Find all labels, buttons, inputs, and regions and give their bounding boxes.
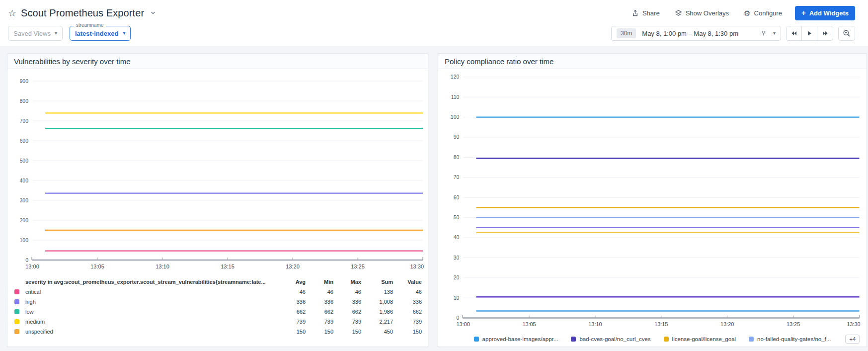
share-button[interactable]: Share: [631, 9, 660, 17]
zoom-out-button[interactable]: [838, 26, 855, 41]
svg-text:50: 50: [454, 215, 460, 220]
vulnerabilities-chart-canvas[interactable]: 900800700600500400300200100013:0013:0513…: [7, 69, 428, 275]
svg-text:13:15: 13:15: [221, 263, 235, 269]
legend-color-swatch: [749, 337, 754, 342]
stream-filter-label: streamname: [74, 22, 106, 28]
table-row-high[interactable]: high3363363361,008336: [14, 297, 422, 307]
time-range-control[interactable]: 30m May 8, 1:00 pm – May 8, 1:30 pm ▾: [611, 26, 781, 41]
gear-icon: ⚙: [744, 9, 750, 17]
column-header: Max: [333, 279, 361, 285]
show-overlays-button[interactable]: Show Overlays: [675, 9, 729, 17]
series-stat-value: 1,008: [361, 299, 393, 305]
series-stat-value: 336: [278, 299, 306, 305]
stream-filter-dropdown[interactable]: streamname latest-indexed ▾: [70, 26, 131, 41]
share-icon: [631, 9, 639, 17]
widget-title: Policy compliance ratio over time: [438, 54, 867, 69]
series-stat-value: 150: [306, 329, 333, 335]
time-play-button[interactable]: [802, 26, 817, 40]
series-color-swatch: [14, 289, 19, 294]
svg-text:700: 700: [19, 118, 28, 124]
svg-text:400: 400: [19, 177, 28, 183]
series-color-swatch: [14, 309, 19, 314]
svg-text:13:05: 13:05: [522, 321, 536, 327]
page-title: Scout Prometheus Exporter: [21, 7, 144, 19]
configure-button[interactable]: ⚙ Configure: [744, 9, 782, 17]
legend-color-swatch: [474, 337, 479, 342]
widget-title: Vulnerabilities by severity over time: [7, 54, 428, 69]
legend-item[interactable]: no-failed-quality-gates/no_f...: [749, 336, 831, 342]
favorite-star-icon[interactable]: ☆: [8, 8, 16, 18]
svg-text:300: 300: [19, 197, 28, 203]
series-stat-value: 46: [278, 289, 306, 295]
svg-text:120: 120: [451, 74, 460, 80]
series-stat-value: 150: [393, 329, 422, 335]
series-stat-value: 1,986: [361, 309, 393, 315]
svg-text:0: 0: [25, 257, 28, 263]
series-stat-value: 150: [333, 329, 361, 335]
overlays-layers-icon: [675, 9, 682, 17]
legend-label: no-failed-quality-gates/no_f...: [757, 336, 831, 342]
rewind-icon: [790, 30, 797, 36]
svg-text:13:25: 13:25: [787, 321, 800, 327]
time-forward-button[interactable]: [817, 26, 833, 40]
table-header-row: severity in avg:scout_prometheus_exporte…: [14, 277, 422, 287]
legend-label: license-goal/license_goal: [672, 336, 736, 342]
series-stat-value: 739: [278, 319, 306, 325]
svg-text:13:15: 13:15: [654, 321, 668, 327]
table-row-low[interactable]: low6626626621,986662: [14, 307, 422, 317]
dashboard-header: ☆ Scout Prometheus Exporter Share Show O…: [0, 0, 868, 46]
svg-text:13:30: 13:30: [847, 321, 860, 327]
svg-text:13:25: 13:25: [351, 263, 365, 269]
series-stat-value: 138: [361, 289, 393, 295]
title-chevron-down-icon[interactable]: [150, 10, 156, 16]
chevron-down-icon: ▾: [773, 31, 776, 36]
pin-icon[interactable]: [760, 30, 767, 37]
magnifier-minus-icon: [843, 29, 851, 37]
svg-text:13:00: 13:00: [25, 263, 39, 269]
svg-text:80: 80: [454, 155, 460, 160]
series-stat-value: 739: [393, 319, 422, 325]
column-header: Sum: [361, 279, 393, 285]
series-stat-value: 150: [278, 329, 306, 335]
svg-text:100: 100: [19, 237, 28, 243]
legend-item[interactable]: license-goal/license_goal: [664, 336, 736, 342]
widget-vulnerabilities: Vulnerabilities by severity over time 90…: [7, 53, 428, 347]
legend-more-button[interactable]: +4: [845, 335, 860, 344]
table-row-unspecified[interactable]: unspecified150150150450150: [14, 327, 422, 337]
column-header: Avg: [278, 279, 306, 285]
svg-text:13:05: 13:05: [90, 263, 104, 269]
svg-text:20: 20: [454, 275, 460, 280]
svg-text:70: 70: [454, 175, 460, 180]
widget-policy-compliance: Policy compliance ratio over time 120110…: [438, 53, 867, 347]
legend-item[interactable]: bad-cves-goal/no_curl_cves: [571, 336, 650, 342]
chevron-down-icon: ▾: [123, 31, 125, 36]
column-header: Min: [306, 279, 333, 285]
series-stat-value: 46: [393, 289, 422, 295]
series-stat-value: 662: [393, 309, 422, 315]
series-stat-value: 662: [306, 309, 333, 315]
stream-filter-value: latest-indexed: [75, 30, 118, 37]
svg-text:30: 30: [454, 255, 460, 261]
series-stat-value: 450: [361, 329, 393, 335]
table-row-medium[interactable]: medium7397397392,217739: [14, 317, 422, 327]
chevron-down-icon: ▾: [55, 31, 57, 36]
fast-forward-icon: [822, 30, 829, 36]
table-row-critical[interactable]: critical46464613846: [14, 287, 422, 297]
series-name: high: [25, 299, 278, 305]
series-stat-value: 739: [306, 319, 333, 325]
series-color-swatch: [14, 319, 19, 324]
add-widgets-button[interactable]: + Add Widgets: [795, 6, 855, 20]
saved-views-dropdown[interactable]: Saved Views ▾: [8, 26, 63, 41]
legend-color-swatch: [571, 337, 576, 342]
series-stat-value: 662: [278, 309, 306, 315]
legend-item[interactable]: approved-base-images/appr...: [474, 336, 558, 342]
series-name: low: [25, 309, 278, 315]
time-back-button[interactable]: [787, 26, 802, 40]
policy-compliance-chart-canvas[interactable]: 120110100908070605040302010013:0013:0513…: [438, 69, 867, 332]
time-range-badge: 30m: [617, 28, 636, 38]
svg-text:110: 110: [451, 94, 460, 100]
legend-label: bad-cves-goal/no_curl_cves: [579, 336, 650, 342]
column-header: Value: [393, 279, 422, 285]
series-name: medium: [25, 319, 278, 325]
svg-text:13:30: 13:30: [410, 263, 424, 269]
